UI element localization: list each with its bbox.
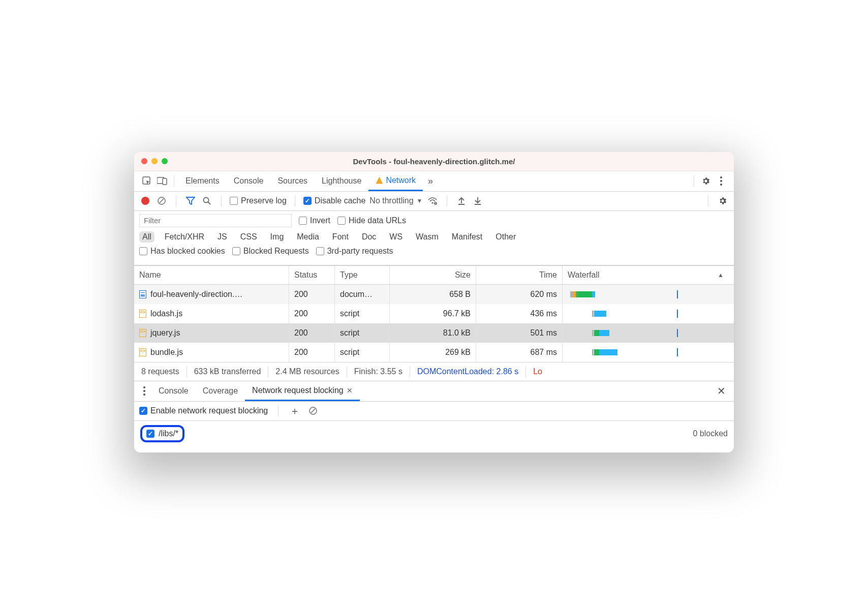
devtools-window: DevTools - foul-heavenly-direction.glitc… (134, 152, 734, 452)
type-filter-font[interactable]: Font (329, 231, 352, 243)
table-row[interactable]: bundle.js200script269 kB687 ms (134, 343, 734, 362)
tab-elements[interactable]: Elements (178, 171, 227, 191)
close-tab-icon[interactable]: ✕ (347, 386, 353, 395)
drawer-close-icon[interactable]: ✕ (712, 385, 731, 397)
throttling-select[interactable]: No throttling ▼ (369, 196, 422, 205)
stat-finish: Finish: 3.55 s (347, 366, 410, 377)
inspect-element-icon[interactable] (139, 171, 154, 191)
blocking-pattern-row: /libs/* 0 blocked (134, 421, 734, 452)
script-icon (139, 310, 146, 318)
svg-point-5 (204, 198, 209, 203)
record-button[interactable] (139, 197, 151, 205)
separator (708, 195, 708, 206)
stat-transferred: 633 kB transferred (187, 366, 269, 377)
hide-data-urls-checkbox[interactable]: Hide data URLs (337, 216, 406, 225)
type-filter-row: AllFetch/XHRJSCSSImgMediaFontDocWSWasmMa… (139, 231, 729, 243)
has-blocked-cookies-checkbox[interactable]: Has blocked cookies (139, 247, 225, 256)
separator (295, 195, 295, 206)
request-type: docum… (335, 285, 390, 304)
col-name[interactable]: Name (134, 266, 289, 284)
col-size[interactable]: Size (390, 266, 476, 284)
requests-table: Name Status Type Size Time Waterfall ▲ f… (134, 265, 734, 362)
device-toolbar-icon[interactable] (154, 171, 170, 191)
download-har-icon[interactable] (472, 196, 484, 205)
request-name: lodash.js (150, 309, 182, 318)
tab-console[interactable]: Console (227, 171, 271, 191)
network-settings-gear-icon[interactable] (717, 196, 729, 205)
preserve-log-checkbox[interactable]: Preserve log (230, 196, 287, 205)
svg-line-4 (160, 199, 164, 203)
filter-icon[interactable] (184, 197, 197, 205)
separator (694, 175, 694, 187)
svg-point-7 (432, 202, 433, 203)
table-row[interactable]: foul-heavenly-direction.…200docum…658 B6… (134, 285, 734, 304)
type-filter-manifest[interactable]: Manifest (449, 231, 485, 243)
type-filter-wasm[interactable]: Wasm (413, 231, 442, 243)
clear-icon[interactable] (156, 196, 168, 205)
upload-har-icon[interactable] (455, 196, 468, 205)
col-status[interactable]: Status (289, 266, 335, 284)
request-waterfall (563, 323, 734, 343)
network-toolbar: Preserve log Disable cache No throttling… (134, 192, 734, 211)
waterfall-marker (677, 348, 678, 356)
disable-cache-checkbox[interactable]: Disable cache (303, 196, 366, 205)
tab-network[interactable]: Network (368, 171, 423, 191)
request-name: foul-heavenly-direction.… (150, 290, 242, 299)
drawer-kebab-icon[interactable] (137, 386, 151, 396)
request-size: 269 kB (390, 343, 476, 362)
type-filter-css[interactable]: CSS (237, 231, 260, 243)
invert-checkbox[interactable]: Invert (299, 216, 330, 225)
col-time[interactable]: Time (476, 266, 563, 284)
waterfall-marker (677, 310, 678, 318)
network-conditions-icon[interactable] (426, 197, 439, 205)
enable-blocking-checkbox[interactable]: Enable network request blocking (139, 406, 268, 415)
type-filter-media[interactable]: Media (294, 231, 322, 243)
col-type[interactable]: Type (335, 266, 390, 284)
waterfall-marker (677, 290, 678, 298)
type-filter-other[interactable]: Other (492, 231, 519, 243)
titlebar: DevTools - foul-heavenly-direction.glitc… (134, 152, 734, 171)
search-icon[interactable] (201, 196, 213, 205)
clear-patterns-icon[interactable] (307, 406, 319, 415)
table-row[interactable]: lodash.js200script96.7 kB436 ms (134, 304, 734, 323)
drawer-tab-console[interactable]: Console (151, 381, 196, 401)
type-filter-all[interactable]: All (139, 231, 154, 243)
stat-resources: 2.4 MB resources (268, 366, 347, 377)
tab-sources[interactable]: Sources (270, 171, 315, 191)
request-waterfall (563, 343, 734, 362)
stat-load: Lo (526, 366, 549, 377)
type-filter-js[interactable]: JS (214, 231, 230, 243)
drawer-tab-coverage[interactable]: Coverage (196, 381, 245, 401)
request-time: 620 ms (476, 285, 563, 304)
request-size: 96.7 kB (390, 304, 476, 323)
blocked-requests-checkbox[interactable]: Blocked Requests (232, 247, 309, 256)
drawer-tab-blocking[interactable]: Network request blocking ✕ (245, 381, 360, 401)
request-name: bundle.js (150, 348, 183, 357)
request-time: 687 ms (476, 343, 563, 362)
col-waterfall[interactable]: Waterfall ▲ (563, 266, 734, 284)
more-tabs-chevron[interactable]: » (423, 171, 438, 191)
svg-line-6 (208, 202, 211, 205)
third-party-checkbox[interactable]: 3rd-party requests (316, 247, 393, 256)
settings-gear-icon[interactable] (698, 171, 714, 191)
blocking-pattern-item[interactable]: /libs/* (140, 425, 184, 442)
request-status: 200 (289, 323, 335, 343)
request-type: script (335, 343, 390, 362)
type-filter-doc[interactable]: Doc (359, 231, 379, 243)
tab-lighthouse[interactable]: Lighthouse (315, 171, 368, 191)
stat-domcontentloaded: DOMContentLoaded: 2.86 s (410, 366, 526, 377)
window-title: DevTools - foul-heavenly-direction.glitc… (134, 157, 734, 166)
separator (278, 405, 278, 416)
panel-tabs: Elements Console Sources Lighthouse Netw… (178, 171, 423, 191)
type-filter-ws[interactable]: WS (386, 231, 406, 243)
table-row[interactable]: jquery.js200script81.0 kB501 ms (134, 323, 734, 343)
type-filter-fetchxhr[interactable]: Fetch/XHR (162, 231, 207, 243)
main-tabbar: Elements Console Sources Lighthouse Netw… (134, 171, 734, 192)
add-pattern-icon[interactable]: ＋ (289, 404, 301, 418)
checkbox-checked-icon (303, 197, 312, 205)
drawer-tabbar: Console Coverage Network request blockin… (134, 381, 734, 402)
filter-input[interactable] (139, 214, 292, 227)
kebab-menu-icon[interactable] (714, 171, 729, 191)
type-filter-img[interactable]: Img (267, 231, 287, 243)
request-status: 200 (289, 343, 335, 362)
